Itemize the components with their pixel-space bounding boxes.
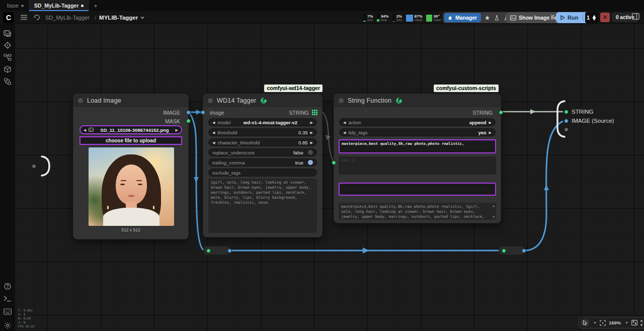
widget-prev-arrow[interactable]: ◀: [212, 131, 215, 134]
subgraph-output-image-slot[interactable]: [564, 119, 569, 123]
toggle-knob-on[interactable]: [308, 160, 313, 165]
widget-next-arrow[interactable]: ▶: [489, 131, 492, 134]
sidebar-model-library-icon[interactable]: [4, 65, 12, 73]
help-icon[interactable]: [4, 282, 12, 290]
flask-icon[interactable]: [492, 15, 502, 21]
output-dot-mask[interactable]: [186, 119, 191, 123]
text-b-input-disabled[interactable]: text_b: [339, 156, 496, 175]
zoom-caret-icon[interactable]: ▼: [625, 321, 628, 324]
breadcrumb-subgraph[interactable]: MYLIB-Tagger: [99, 15, 138, 21]
input-dot-text-b[interactable]: [332, 160, 336, 165]
comfyui-app: STRING IMAGE (Source) comfyui-wd14-tagge…: [0, 0, 644, 331]
zoom-level[interactable]: 169%: [609, 320, 621, 325]
output-dot-image[interactable]: [186, 110, 191, 115]
star-icon[interactable]: [482, 15, 492, 21]
widget-next-arrow[interactable]: ▶: [489, 121, 492, 124]
widget-threshold[interactable]: ◀ threshold 0.35 ▶: [208, 128, 317, 136]
widget-prev-arrow[interactable]: ◀: [343, 121, 346, 124]
widget-next-arrow[interactable]: ▶: [310, 141, 313, 144]
collapse-dot[interactable]: [208, 98, 213, 103]
batch-count-stepper[interactable]: 1 ▲▼: [585, 12, 598, 23]
collapse-dot[interactable]: [339, 98, 344, 103]
widget-exclude-tags[interactable]: exclude_tags: [208, 169, 317, 177]
scroll-up-icon[interactable]: ▲: [493, 204, 495, 208]
manager-button[interactable]: Manager: [444, 13, 481, 22]
undo-icon[interactable]: [30, 15, 43, 21]
widget-trailing-comma[interactable]: trailing_comma true: [208, 158, 317, 167]
output-dot-string[interactable]: [499, 110, 503, 115]
breadcrumb-caret-icon[interactable]: [140, 16, 144, 19]
image-preview[interactable]: [89, 147, 174, 226]
sidebar-queue-icon[interactable]: [4, 29, 12, 37]
sidebar-focus-icon[interactable]: [4, 41, 12, 49]
widget-label: action: [348, 120, 361, 125]
terminal-icon[interactable]: [4, 295, 12, 303]
subgraph-output-string-slot[interactable]: [564, 110, 569, 114]
menu-hamburger-icon[interactable]: [17, 15, 30, 20]
text-a-input[interactable]: masterpiece,best quality,8k,raw photo,ph…: [339, 139, 496, 153]
widget-prev-arrow[interactable]: ◀: [212, 141, 215, 144]
widget-prev-arrow[interactable]: ◀: [343, 131, 346, 134]
batch-decrement[interactable]: ▼: [591, 18, 597, 20]
image-filename-combo[interactable]: ◀ SD_11_10106-3086744152.png ▶: [79, 125, 182, 134]
widget-next-arrow[interactable]: ▶: [310, 121, 313, 124]
scroll-down-icon[interactable]: ▼: [493, 215, 495, 219]
fullscreen-icon[interactable]: [640, 320, 644, 326]
tab-base[interactable]: base: [0, 0, 29, 11]
widget-prev-arrow[interactable]: ◀: [212, 121, 215, 124]
widget-model[interactable]: ◀ model wd-v1-4-moat-tagger-v2 ▶: [208, 118, 317, 126]
cancel-run-button[interactable]: ✕: [600, 13, 610, 22]
reroute-node-right[interactable]: [499, 246, 525, 255]
breadcrumb-workflow[interactable]: SD_MyLib-Tagger: [45, 15, 90, 21]
node-wd14-header[interactable]: WD14 Tagger: [203, 94, 322, 107]
widget-tidy-tags[interactable]: ◀ tidy_tags yes ▶: [339, 128, 496, 136]
side-panel-toggle-icon[interactable]: [632, 13, 639, 20]
tab-sd-mylib-tagger[interactable]: SD_MyLib-Tagger: [29, 0, 89, 11]
subgraph-output-empty-slot[interactable]: [564, 127, 569, 132]
combo-next-arrow[interactable]: ▶: [176, 128, 178, 132]
image-feed-icon: [510, 15, 516, 21]
fit-view-icon[interactable]: [600, 320, 606, 326]
widget-replace-underscore[interactable]: replace_underscore false: [208, 148, 317, 156]
text-c-input[interactable]: [339, 183, 496, 196]
reroute-input-dot[interactable]: [206, 249, 211, 253]
node-string-function[interactable]: String Function STRING ◀ action append ▶…: [334, 94, 501, 223]
toolbar-drag-handle[interactable]: [550, 14, 554, 20]
cpu-meter: 7%CPU: [363, 14, 373, 22]
node-string-function-header[interactable]: String Function: [334, 94, 501, 107]
reroute-output-dot[interactable]: [227, 249, 232, 253]
pointer-tool-button[interactable]: [581, 319, 589, 326]
node-load-image-header[interactable]: Load Image: [73, 94, 188, 107]
node-load-image[interactable]: Load Image IMAGE MASK ◀ SD_11_10106-3086…: [73, 94, 189, 239]
input-dot-image[interactable]: [201, 110, 205, 115]
node-source-badge-string-function: comfyui-custom-scripts: [434, 85, 499, 92]
toggle-knob-off[interactable]: [308, 150, 313, 155]
choose-file-button[interactable]: choose file to upload: [79, 136, 182, 145]
widget-label: threshold: [217, 130, 237, 135]
collapse-dot[interactable]: [78, 98, 83, 103]
widget-value: 0.35: [298, 130, 308, 135]
widget-value: false: [293, 150, 303, 155]
combo-prev-arrow[interactable]: ◀: [84, 128, 86, 132]
widget-next-arrow[interactable]: ▶: [310, 131, 313, 134]
string-list-grid-icon[interactable]: [312, 110, 317, 115]
reroute-node-left[interactable]: [203, 246, 230, 255]
shortcuts-keyboard-icon[interactable]: [4, 308, 12, 316]
reroute-input-dot[interactable]: [502, 249, 506, 253]
widget-action[interactable]: ◀ action append ▶: [339, 118, 496, 126]
settings-gear-icon[interactable]: [4, 321, 12, 329]
result-preview[interactable]: masterpiece,best quality,8k,raw photo,ph…: [339, 203, 496, 220]
widget-character-threshold[interactable]: ◀ character_threshold 0.85 ▶: [208, 138, 317, 146]
tab-label: base: [7, 3, 19, 9]
subgraph-input-slot[interactable]: [32, 164, 36, 169]
node-wd14-tagger[interactable]: WD14 Tagger image STRING ◀ model wd-v1-4…: [203, 94, 323, 237]
comfyui-logo[interactable]: C: [3, 12, 14, 23]
new-tab-button[interactable]: +: [89, 0, 102, 11]
sidebar-node-library-icon[interactable]: [4, 53, 12, 61]
reroute-output-dot[interactable]: [522, 249, 526, 253]
minimap-icon[interactable]: [631, 320, 637, 325]
vram-meter: 87%VRAM: [406, 14, 423, 22]
sidebar-workflows-icon[interactable]: [4, 77, 12, 86]
tool-caret-icon[interactable]: ▼: [593, 321, 597, 324]
wd14-tags-output[interactable]: 1girl, solo, long hair, looking at viewe…: [208, 179, 317, 233]
